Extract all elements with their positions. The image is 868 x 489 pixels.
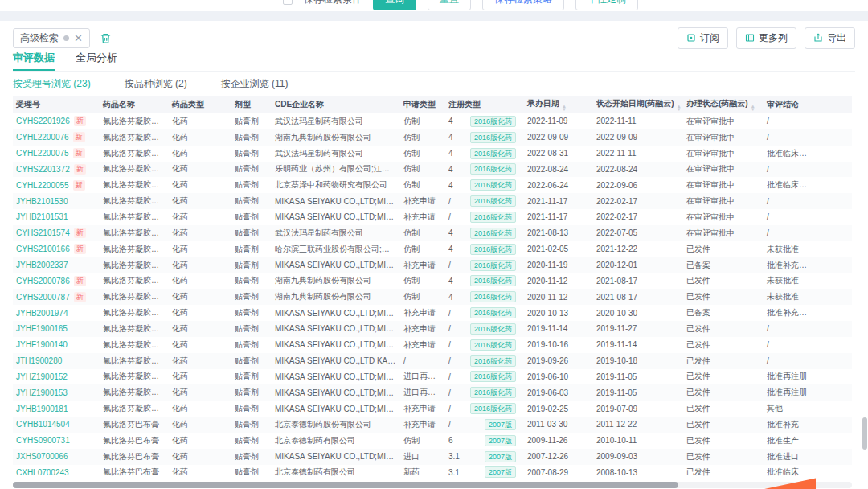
sort-icon[interactable]: ▲▼: [677, 105, 682, 111]
acceptance-number-link[interactable]: CYHS2000787: [16, 293, 70, 302]
acceptance-number-link[interactable]: CYHL2200055: [16, 181, 69, 190]
cell-status_date: 2022-11-11: [593, 146, 683, 162]
cell-company: 北京泰德制药有限公司: [272, 433, 400, 449]
cell-apply_type: 仿制: [400, 225, 445, 241]
sort-icon[interactable]: ▲▼: [562, 105, 567, 111]
acceptance-number-link[interactable]: JYHB2001974: [16, 309, 68, 318]
cell-company: 北京泰德制药有限公司: [272, 465, 400, 481]
cell-drug_type: 化药: [169, 146, 231, 162]
cell-status_date: 2021-12-22: [593, 241, 683, 257]
cell-conclusion: 批准临床临床默示许可: [764, 146, 852, 162]
search-button[interactable]: 查询: [373, 0, 416, 10]
column-header-status_date[interactable]: 状态开始日期(药融云)▲▼: [593, 96, 683, 113]
acceptance-number-link[interactable]: JYHZ1900152: [16, 372, 68, 381]
reset-button[interactable]: 重置: [428, 0, 471, 10]
cell-reg_type: /2016版化药: [445, 401, 524, 417]
cell-status: 已发件: [683, 289, 764, 305]
acceptance-number-link[interactable]: JTH1900280: [16, 356, 62, 365]
cell-company: MIKASA SEIYAKU CO.,LTD;MIKASA SEIYAK...: [272, 384, 400, 401]
table-row: CYHS2101574新氟比洛芬凝胶贴膏化药贴膏剂武汉法玛星制药有限公司仿制42…: [13, 225, 852, 241]
cell-status: 在审评审批中: [683, 209, 764, 225]
cell-status: 已发件: [683, 353, 764, 369]
cell-drug_type: 化药: [169, 384, 231, 401]
column-header-status[interactable]: 办理状态(药融云)▲▼: [683, 96, 764, 113]
more-columns-button[interactable]: 更多列: [736, 27, 796, 49]
save-strategy-button[interactable]: 保存检索策略: [482, 0, 564, 10]
horizontal-scrollbar-thumb[interactable]: [13, 482, 678, 488]
cell-reg_type: /2007版: [445, 417, 524, 433]
acceptance-number-link[interactable]: CYHS2201372: [16, 165, 70, 174]
customize-button[interactable]: 个性定制: [575, 0, 638, 10]
cell-reg_type: /2016版化药: [445, 209, 524, 225]
table-row: CYHS2000787新氟比洛芬凝胶贴膏化药贴膏剂湖南九典制药股份有限公司仿制4…: [13, 289, 852, 305]
cell-dosage_form: 贴膏剂: [231, 465, 272, 481]
table-row: JXHS0700066氟比洛芬巴布膏化药贴膏剂MIKASA SEIYAKU CO…: [13, 449, 852, 465]
registration-class: /: [448, 324, 469, 333]
cell-apply_type: 仿制: [400, 433, 445, 449]
acceptance-number-link[interactable]: CYHS2000786: [16, 277, 70, 286]
trash-icon[interactable]: [100, 32, 112, 44]
registration-class: /: [448, 261, 469, 269]
acceptance-number-link[interactable]: JYHB1900181: [16, 405, 68, 413]
cell-conclusion: 批准补充直接行政审批: [764, 305, 852, 321]
cell-status: 已发件: [683, 369, 764, 385]
cell-id: JYHB2101530: [13, 193, 100, 209]
acceptance-number-link[interactable]: CYHL2200076: [16, 133, 69, 142]
registration-version-badge: 2007版: [485, 466, 516, 478]
acceptance-number-link[interactable]: JYHZ1900153: [16, 388, 68, 397]
acceptance-number-link[interactable]: JYHF1900140: [16, 340, 68, 349]
acceptance-number-link[interactable]: JYHB2101530: [16, 197, 68, 206]
cell-dosage_form: 贴膏剂: [231, 353, 272, 369]
conclusion-badge[interactable]: 直接行政审批: [802, 261, 852, 271]
acceptance-number-link[interactable]: JYHB2002337: [16, 261, 68, 269]
conclusion-text: /: [767, 212, 769, 221]
cell-reg_type: 42016版化药: [445, 113, 524, 129]
subtab-by-variety[interactable]: 按品种浏览 (2): [125, 77, 187, 93]
cell-reg_type: 42016版化药: [445, 273, 524, 289]
table-row: JYHZ1900153氟比洛芬凝胶贴膏化药贴膏剂MIKASA SEIYAKU C…: [13, 384, 852, 401]
new-badge: 新: [73, 180, 85, 191]
acceptance-number-link[interactable]: CYHS2101574: [16, 228, 70, 237]
new-badge: 新: [74, 292, 86, 302]
cell-drug_name: 氟比洛芬凝胶贴膏: [100, 225, 169, 241]
acceptance-number-link[interactable]: CYHS2100166: [16, 244, 70, 253]
acceptance-number-link[interactable]: CYHB1014504: [16, 420, 70, 429]
acceptance-number-link[interactable]: JXHS0700066: [16, 452, 68, 461]
cell-drug_name: 氟比洛芬巴布膏: [100, 433, 169, 449]
cell-apply_type: 补充申请: [400, 417, 445, 433]
sort-icon[interactable]: ▲▼: [751, 105, 755, 111]
registration-class: /: [448, 212, 469, 221]
column-header-accept_date[interactable]: 承办日期▲▼: [524, 96, 593, 113]
registration-class: 3.1: [448, 468, 469, 477]
registration-class: /: [448, 356, 469, 365]
acceptance-number-link[interactable]: CYHS0900731: [16, 436, 70, 445]
cell-id: CXHL0700243: [13, 465, 100, 481]
cell-reg_type: 3.12007版: [445, 449, 524, 465]
acceptance-number-link[interactable]: CYHS2201926: [16, 117, 70, 125]
subscribe-button[interactable]: 订阅: [678, 27, 728, 49]
acceptance-number-link[interactable]: JYHF1900165: [16, 324, 68, 333]
cell-drug_name: 氟比洛芬凝胶贴膏: [100, 209, 169, 225]
column-header-label: 药品类型: [172, 100, 204, 109]
export-button[interactable]: 导出: [805, 27, 855, 49]
acceptance-number-link[interactable]: CYHL2200075: [16, 149, 69, 158]
cell-apply_type: 补充申请: [400, 209, 445, 225]
cell-id: CYHL2200055新: [13, 177, 100, 193]
subtab-by-acceptance-number[interactable]: 按受理号浏览 (23): [13, 77, 91, 93]
vertical-scrollbar-thumb[interactable]: [862, 417, 867, 450]
acceptance-number-link[interactable]: CXHL0700243: [16, 468, 69, 477]
registration-class: /: [448, 340, 469, 349]
cell-conclusion: 未获批准: [764, 289, 852, 305]
cell-status: 在审评审批中: [683, 162, 764, 178]
save-filter-checkbox[interactable]: [283, 0, 293, 5]
subtab-by-company[interactable]: 按企业浏览 (11): [221, 77, 289, 93]
conclusion-badge[interactable]: 直接行政审批: [802, 308, 852, 318]
tab-global-analysis[interactable]: 全局分析: [76, 51, 117, 71]
new-badge: 新: [74, 116, 86, 126]
tab-review-data[interactable]: 审评数据: [13, 51, 55, 71]
cell-id: CYHS0900731: [13, 433, 100, 449]
tag-close-icon[interactable]: ✕: [74, 33, 83, 43]
acceptance-number-link[interactable]: JYHB2101531: [16, 212, 68, 221]
cell-dosage_form: 贴膏剂: [231, 321, 272, 337]
advanced-search-tag[interactable]: 高级检索 ✕: [13, 28, 90, 48]
